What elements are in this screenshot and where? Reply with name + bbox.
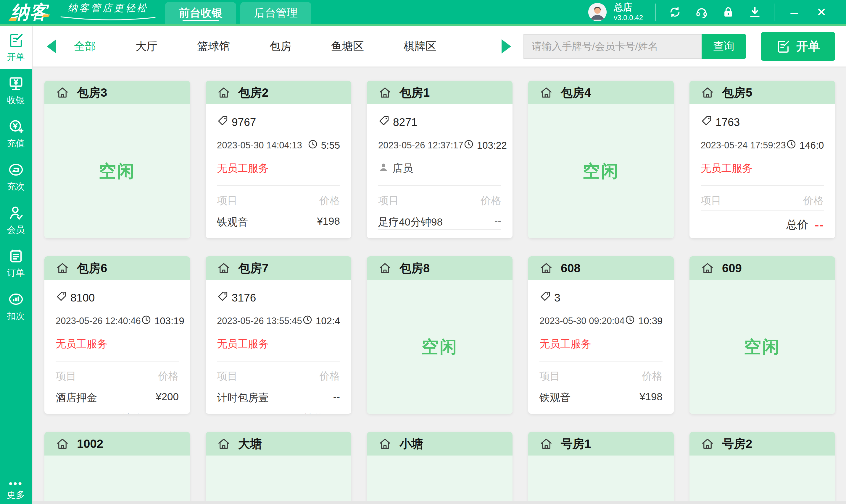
home-icon	[701, 261, 714, 275]
sidebar-item-more[interactable]: ••• 更多	[0, 469, 32, 501]
sync-icon[interactable]	[669, 6, 681, 19]
room-card[interactable]: 1002空闲	[45, 432, 190, 504]
duration-value: 103:22	[477, 140, 507, 151]
room-name: 包房8	[399, 260, 430, 276]
close-button[interactable]: ✕	[814, 6, 829, 18]
category-tab-4[interactable]: 鱼塘区	[331, 39, 364, 54]
room-card[interactable]: 包房4空闲	[528, 81, 674, 238]
open-time-row: 2023-05-30 14:04:135:55	[217, 139, 340, 152]
support-icon[interactable]	[695, 6, 708, 19]
room-card[interactable]: 包房517632023-05-24 17:59:23146:0无员工服务项目价格…	[689, 81, 835, 238]
room-card-body: 空闲	[689, 455, 835, 504]
total-row: 总价--	[701, 211, 824, 238]
room-card-header: 包房4	[528, 81, 674, 104]
service-label: 无员工服务	[701, 161, 753, 175]
category-tab-3[interactable]: 包房	[270, 39, 292, 54]
sidebar-item-会员[interactable]: 会员	[0, 199, 32, 242]
topbar: 纳客 纳客管店更轻松 前台收银后台管理 总店 v3.0.0.42	[0, 0, 846, 26]
clock-icon	[625, 314, 635, 327]
divider	[217, 185, 340, 186]
room-card[interactable]: 号房2空闲	[689, 432, 835, 504]
tag-icon	[217, 291, 229, 305]
order-item-row: 计时包房壹--	[539, 412, 662, 414]
sidebar-item-充值[interactable]: 充值	[0, 112, 32, 156]
hand-tag-row: 3	[539, 291, 662, 305]
lock-icon[interactable]	[722, 6, 735, 19]
category-tab-0[interactable]: 全部	[74, 39, 96, 54]
category-tab-5[interactable]: 棋牌区	[403, 39, 436, 54]
room-card[interactable]: 包房731762023-05-26 13:55:45102:4无员工服务项目价格…	[206, 256, 351, 414]
room-card[interactable]: 大塘空闲	[206, 432, 351, 504]
total-label: 总价	[121, 412, 143, 414]
room-card-body: 空闲	[206, 455, 351, 504]
room-name: 609	[722, 262, 742, 275]
order-item-row: 铁观音¥198	[539, 391, 662, 405]
search-input[interactable]	[523, 34, 702, 59]
download-icon[interactable]	[748, 6, 761, 19]
room-card[interactable]: 包房681002023-05-26 12:40:46103:19无员工服务项目价…	[45, 256, 190, 414]
total-value: --	[815, 218, 824, 232]
topbar-right: 总店 v3.0.0.42 – ✕	[588, 0, 846, 24]
room-card[interactable]: 小塘空闲	[367, 432, 513, 504]
sidebar-item-收银[interactable]: 收银	[0, 69, 32, 112]
item-col-label: 项目	[56, 369, 76, 383]
sidebar-item-充次[interactable]: 充次	[0, 156, 32, 199]
room-card-body: 空闲	[367, 455, 513, 504]
total-value: --	[331, 412, 340, 414]
room-card[interactable]: 60832023-05-30 09:20:0410:39无员工服务项目价格铁观音…	[528, 256, 674, 414]
home-icon	[539, 437, 553, 450]
category-tab-2[interactable]: 篮球馆	[197, 39, 230, 54]
home-icon	[217, 86, 230, 99]
store-version: v3.0.0.42	[614, 13, 643, 22]
tag-icon	[539, 291, 551, 305]
deduct-icon	[8, 291, 24, 307]
home-icon	[701, 437, 714, 450]
room-name: 包房5	[722, 85, 752, 101]
sidebar-item-订单[interactable]: 订单	[0, 242, 32, 285]
avatar[interactable]	[588, 3, 607, 21]
person-icon	[378, 162, 389, 175]
room-card[interactable]: 号房1空闲	[528, 432, 674, 504]
home-icon	[56, 261, 69, 275]
scroll-right-icon[interactable]	[502, 39, 511, 54]
hand-tag-number: 8100	[70, 292, 95, 304]
cashier-icon	[8, 75, 24, 91]
minimize-button[interactable]: –	[787, 5, 801, 19]
room-card[interactable]: 609空闲	[689, 256, 835, 414]
sidebar-item-扣次[interactable]: 扣次	[0, 285, 32, 328]
category-tab-1[interactable]: 大厅	[136, 39, 157, 54]
divider	[378, 185, 501, 186]
avatar-person-icon	[588, 3, 607, 21]
clock-icon	[302, 314, 313, 327]
room-card[interactable]: 包房8空闲	[367, 256, 513, 414]
hand-tag-number: 3176	[232, 292, 256, 304]
room-card-body: 82712023-05-26 12:37:17103:22店员项目价格足疗40分…	[367, 104, 513, 238]
tag-icon	[378, 115, 390, 129]
hand-tag-row: 9767	[217, 115, 340, 129]
sidebar-item-label: 充次	[7, 181, 25, 193]
item-name: 计时包房壹	[217, 391, 269, 405]
price-col-label: 价格	[481, 194, 501, 208]
room-card-header: 609	[689, 256, 835, 280]
nav-tab-0[interactable]: 前台收银	[165, 2, 236, 24]
room-card[interactable]: 包房3空闲	[45, 81, 190, 238]
nav-tab-1[interactable]: 后台管理	[240, 2, 311, 24]
room-name: 608	[561, 262, 581, 275]
open-bill-button[interactable]: 开单	[761, 32, 835, 61]
room-card-header: 包房6	[45, 256, 190, 280]
service-label: 无员工服务	[217, 337, 269, 351]
room-card-header: 包房5	[689, 81, 835, 104]
service-label: 无员工服务	[539, 337, 591, 351]
price-col-label: 价格	[319, 369, 340, 383]
topbar-separator	[655, 3, 656, 21]
scroll-left-icon[interactable]	[47, 39, 56, 54]
room-card[interactable]: 包房182712023-05-26 12:37:17103:22店员项目价格足疗…	[367, 81, 513, 238]
room-card[interactable]: 包房297672023-05-30 14:04:135:55无员工服务项目价格铁…	[206, 81, 351, 238]
search-button[interactable]: 查询	[702, 34, 746, 59]
main-nav-tabs: 前台收银后台管理	[165, 0, 311, 24]
sidebar-item-开单[interactable]: 开单	[0, 26, 32, 69]
open-time: 2023-05-30 14:04:13	[217, 140, 302, 151]
hand-tag-row: 8100	[56, 291, 179, 305]
room-name: 包房4	[561, 85, 591, 101]
open-time: 2023-05-24 17:59:23	[701, 140, 786, 151]
